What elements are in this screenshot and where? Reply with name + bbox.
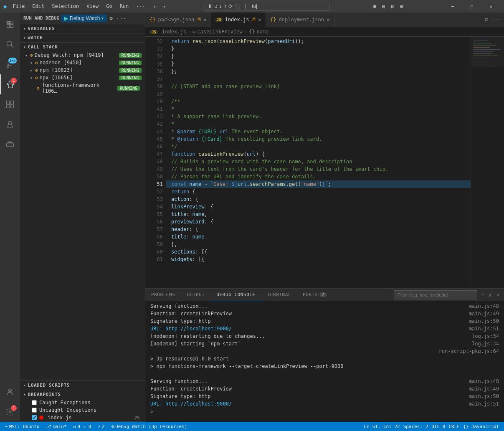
panel-tab-problems[interactable]: PROBLEMS bbox=[145, 289, 181, 301]
breadcrumb-sep-2: › bbox=[244, 29, 247, 35]
status-wsl[interactable]: ⌁ WSL: Ubuntu bbox=[3, 424, 41, 429]
bp-caught-checkbox[interactable] bbox=[32, 400, 37, 405]
status-spaces[interactable]: Spaces: 2 bbox=[402, 424, 430, 429]
call-stack-npm2[interactable]: ▸ ⚙ npm [10623] RUNNING bbox=[20, 66, 145, 74]
panel-collapse-icon[interactable]: ∧ bbox=[487, 291, 494, 299]
debug-more-icon[interactable]: ··· bbox=[115, 14, 127, 22]
menu-view[interactable]: View bbox=[83, 3, 102, 10]
nav-forward-icon[interactable]: → bbox=[160, 2, 167, 11]
settings-layout-icon[interactable]: ⊡ bbox=[390, 2, 396, 11]
status-language[interactable]: {} JavaScript bbox=[461, 424, 501, 429]
console-link-7[interactable]: run-script-pkg.js:64 bbox=[439, 348, 499, 355]
call-stack-nodemon[interactable]: ▾ ⚙ nodemon [9450] RUNNING bbox=[20, 59, 145, 66]
activity-source-control[interactable]: 1k+ bbox=[0, 54, 20, 74]
tab-package-json[interactable]: {} package.json M × bbox=[145, 13, 211, 27]
code-content[interactable]: return res.json(caseLinkPreview(parsedUr… bbox=[166, 37, 471, 288]
panel-list-icon[interactable]: ≡ bbox=[479, 291, 485, 299]
call-stack-functions[interactable]: ⚙ functions-framework [106… RUNNING bbox=[20, 81, 145, 95]
more-layout-icon[interactable]: ⊞ bbox=[399, 2, 405, 11]
status-sync[interactable]: ⚡ 2 bbox=[96, 424, 106, 429]
panel-tab-terminal[interactable]: TERMINAL bbox=[261, 289, 297, 301]
panel-tab-debug-console[interactable]: DEBUG CONSOLE bbox=[210, 289, 261, 301]
tab-package-json-label: package.json bbox=[158, 17, 194, 23]
panel-content[interactable]: Serving function... main.js:48 Function:… bbox=[145, 301, 504, 422]
status-cursor[interactable]: Ln 51, Col 22 bbox=[362, 424, 402, 429]
debug-play-icon: ▶ bbox=[64, 15, 68, 21]
console-link-4[interactable]: main.js:51 bbox=[469, 326, 499, 332]
activity-debug[interactable]: 1 bbox=[0, 74, 20, 94]
search-input[interactable] bbox=[248, 2, 327, 11]
status-language-label: {} JavaScript bbox=[463, 424, 499, 429]
activity-settings[interactable]: 1 bbox=[0, 402, 20, 422]
status-eol[interactable]: CRLF bbox=[447, 424, 461, 429]
console-link-13[interactable]: main.js:50 bbox=[469, 393, 499, 400]
tab-deployment-json[interactable]: {} deployment.json × bbox=[266, 13, 334, 27]
debug-stop-icon: ⬛ bbox=[234, 3, 241, 9]
breadcrumb-file[interactable]: JS index.js bbox=[150, 29, 186, 35]
maximize-button[interactable]: □ bbox=[462, 0, 481, 13]
console-link-1[interactable]: main.js:48 bbox=[469, 303, 499, 310]
bp-caught-exceptions[interactable]: Caught Exceptions bbox=[20, 399, 145, 406]
call-stack-group-npm[interactable]: ▾ ⚙ Debug Watch: npm [9419] RUNNING bbox=[20, 51, 145, 59]
console-link-6[interactable]: log.js:34 bbox=[472, 341, 499, 347]
menu-go[interactable]: Go bbox=[103, 3, 115, 10]
bp-indexjs-checkbox[interactable] bbox=[32, 415, 37, 420]
watch-header[interactable]: ▾ WATCH bbox=[20, 33, 145, 42]
tab-package-json-close-icon[interactable]: × bbox=[203, 16, 206, 23]
activity-account[interactable] bbox=[0, 382, 20, 402]
tab-index-js-close-icon[interactable]: × bbox=[258, 16, 261, 23]
close-button[interactable]: ✕ bbox=[481, 0, 501, 13]
console-link-14[interactable]: main.js:51 bbox=[469, 401, 499, 408]
minimize-button[interactable]: ─ bbox=[443, 0, 462, 13]
panel-tab-ports[interactable]: PORTS 2 bbox=[297, 289, 332, 301]
console-link-12[interactable]: main.js:49 bbox=[469, 386, 499, 393]
status-encoding[interactable]: UTF-8 bbox=[430, 424, 447, 429]
status-debug-config[interactable]: ⚙ Debug Watch (3p-resources) bbox=[110, 424, 189, 429]
console-link-11[interactable]: main.js:48 bbox=[469, 378, 499, 385]
split-editor-icon[interactable]: ⊟ bbox=[484, 16, 489, 23]
console-input[interactable] bbox=[155, 409, 499, 415]
svg-rect-11 bbox=[471, 37, 504, 288]
bp-indexjs[interactable]: index.js 25 bbox=[20, 414, 145, 421]
call-stack-header[interactable]: ▾ CALL STACK bbox=[20, 43, 145, 51]
menu-run[interactable]: Run bbox=[117, 3, 132, 10]
activity-explorer[interactable] bbox=[0, 14, 20, 34]
console-link-5[interactable]: log.js:34 bbox=[472, 333, 499, 340]
panel-filter-input[interactable] bbox=[394, 290, 477, 299]
panel-close-icon[interactable]: ✕ bbox=[495, 291, 501, 299]
debug-config-button[interactable]: ▶ Debug Watch ▾ bbox=[61, 15, 107, 22]
activity-docker[interactable] bbox=[0, 134, 20, 155]
activity-extensions[interactable] bbox=[0, 94, 20, 114]
variables-header[interactable]: ▾ VARIABLES bbox=[20, 24, 145, 33]
breakpoints-header[interactable]: ▾ BREAKPOINTS bbox=[20, 390, 145, 399]
bp-uncaught-exceptions[interactable]: Uncaught Exceptions bbox=[20, 406, 145, 414]
console-link-3[interactable]: main.js:50 bbox=[469, 318, 499, 325]
debug-settings-icon[interactable]: ⚙ bbox=[109, 14, 114, 22]
activity-search[interactable] bbox=[0, 34, 20, 54]
menu-file[interactable]: File bbox=[9, 3, 28, 10]
tab-deployment-json-close-icon[interactable]: × bbox=[327, 16, 330, 23]
tab-index-js[interactable]: JS index.js M × bbox=[211, 13, 266, 27]
bp-uncaught-checkbox[interactable] bbox=[32, 408, 37, 413]
ln-47: 47 bbox=[149, 150, 163, 158]
menu-selection[interactable]: Selection bbox=[48, 3, 82, 10]
nav-back-icon[interactable]: ← bbox=[152, 2, 159, 11]
status-branch[interactable]: ⎇ main* bbox=[44, 424, 68, 429]
menu-more[interactable]: ··· bbox=[133, 3, 149, 10]
console-text-8: > 3p-resources@1.0.0 start bbox=[150, 356, 494, 363]
breadcrumb-name[interactable]: {}name bbox=[249, 29, 268, 35]
tab-package-json-icon: {} bbox=[149, 17, 155, 23]
code-line-34: } bbox=[166, 53, 471, 60]
breadcrumb-function[interactable]: ⚙caseLinkPreview bbox=[192, 29, 243, 35]
tab-more-icon[interactable]: ··· bbox=[491, 16, 501, 23]
menu-edit[interactable]: Edit bbox=[29, 3, 48, 10]
console-link-2[interactable]: main.js:49 bbox=[469, 311, 499, 317]
split-icon[interactable]: ⊟ bbox=[380, 2, 387, 11]
layout-icon[interactable]: ⊞ bbox=[371, 2, 378, 11]
call-stack-npx[interactable]: ▾ ⚙ npx [10656] RUNNING bbox=[20, 74, 145, 81]
loaded-scripts-header[interactable]: ▸ LOADED SCRIPTS bbox=[20, 381, 145, 390]
console-input-area[interactable]: > bbox=[145, 408, 504, 416]
status-errors[interactable]: ↺ 0 ⚠ 0 bbox=[72, 424, 93, 429]
activity-test[interactable] bbox=[0, 114, 20, 134]
panel-tab-output[interactable]: OUTPUT bbox=[181, 289, 210, 301]
